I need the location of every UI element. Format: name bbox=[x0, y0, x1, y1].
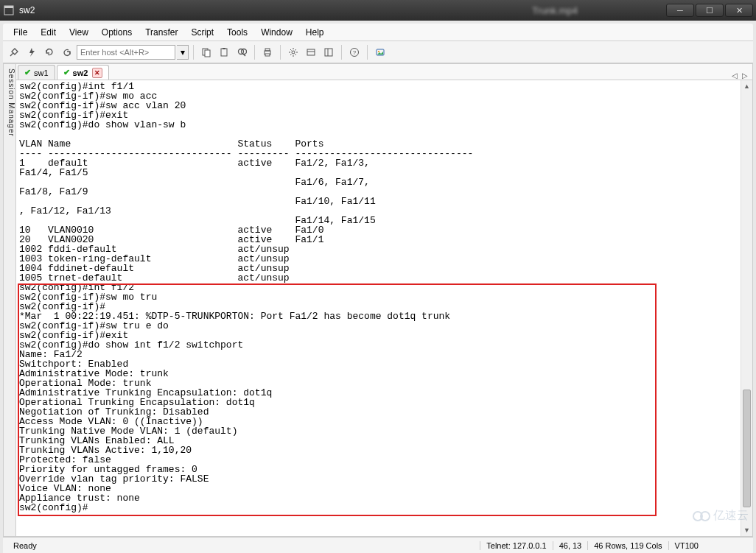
host-input[interactable] bbox=[77, 45, 175, 60]
connect-icon[interactable] bbox=[6, 44, 22, 60]
vertical-scrollbar[interactable]: ▲ ▼ bbox=[741, 80, 752, 536]
disconnect-icon[interactable] bbox=[59, 44, 75, 60]
tab-next-icon[interactable]: ▷ bbox=[742, 71, 748, 80]
quick-connect-icon[interactable] bbox=[24, 44, 40, 60]
menu-view[interactable]: View bbox=[63, 26, 94, 39]
scroll-up-icon[interactable]: ▲ bbox=[741, 80, 752, 92]
status-cursor: 46, 13 bbox=[553, 541, 588, 550]
svg-point-12 bbox=[292, 51, 295, 54]
status-ready: Ready bbox=[7, 541, 480, 550]
tab-label: sw1 bbox=[34, 68, 49, 77]
menu-script[interactable]: Script bbox=[185, 26, 220, 39]
check-icon: ✔ bbox=[24, 68, 31, 77]
menu-file[interactable]: File bbox=[7, 26, 33, 39]
check-icon: ✔ bbox=[63, 68, 70, 77]
tab-prev-icon[interactable]: ◁ bbox=[732, 71, 738, 80]
menu-options[interactable]: Options bbox=[96, 26, 138, 39]
status-connection: Telnet: 127.0.0.1 bbox=[480, 541, 552, 550]
tab-sw1[interactable]: ✔sw1 bbox=[18, 65, 55, 80]
window-title: sw2 bbox=[19, 5, 532, 15]
svg-rect-10 bbox=[265, 49, 270, 51]
close-button[interactable]: ✕ bbox=[725, 4, 753, 17]
maximize-button[interactable]: ☐ bbox=[696, 4, 724, 17]
app-icon bbox=[3, 4, 15, 16]
tab-strip: ✔sw1 ✔sw2✕ ◁ ▷ bbox=[16, 64, 752, 80]
svg-point-20 bbox=[378, 51, 379, 52]
help-icon[interactable]: ? bbox=[346, 44, 363, 60]
scroll-thumb[interactable] bbox=[743, 390, 751, 507]
tab-navigation: ◁ ▷ bbox=[727, 71, 752, 80]
menu-bar: File Edit View Options Transfer Script T… bbox=[3, 24, 753, 41]
status-size: 46 Rows, 119 Cols bbox=[587, 541, 668, 550]
paste-icon[interactable] bbox=[216, 44, 232, 60]
menu-edit[interactable]: Edit bbox=[35, 26, 62, 39]
svg-rect-5 bbox=[223, 48, 225, 49]
svg-rect-4 bbox=[221, 49, 227, 56]
svg-rect-1 bbox=[4, 6, 13, 8]
tab-close-icon[interactable]: ✕ bbox=[92, 68, 102, 78]
session-options-icon[interactable] bbox=[303, 44, 319, 60]
menu-tools[interactable]: Tools bbox=[221, 26, 253, 39]
trace-icon[interactable] bbox=[321, 44, 337, 60]
menu-transfer[interactable]: Transfer bbox=[139, 26, 183, 39]
reconnect-icon[interactable] bbox=[41, 44, 57, 60]
status-bar: Ready Telnet: 127.0.0.1 46, 13 46 Rows, … bbox=[3, 537, 753, 553]
svg-rect-11 bbox=[265, 54, 270, 56]
status-emulation: VT100 bbox=[668, 541, 704, 550]
title-bar: sw2 Trunk.mp4 ─ ☐ ✕ bbox=[0, 0, 756, 21]
minimize-button[interactable]: ─ bbox=[666, 4, 694, 17]
svg-rect-13 bbox=[307, 49, 315, 55]
scroll-down-icon[interactable]: ▼ bbox=[741, 524, 752, 536]
toolbar: ▾ ? bbox=[3, 41, 753, 63]
print-icon[interactable] bbox=[259, 44, 276, 60]
menu-help[interactable]: Help bbox=[300, 26, 330, 39]
svg-text:?: ? bbox=[353, 49, 357, 56]
background-title: Trunk.mp4 bbox=[532, 5, 578, 16]
menu-window[interactable]: Window bbox=[255, 26, 298, 39]
terminal-output[interactable]: sw2(config)#int f1/1 sw2(config-if)#sw m… bbox=[16, 80, 752, 536]
copy-icon[interactable] bbox=[198, 44, 214, 60]
svg-rect-3 bbox=[205, 50, 210, 57]
svg-rect-15 bbox=[325, 49, 332, 56]
tab-label: sw2 bbox=[73, 68, 88, 77]
session-manager-panel[interactable]: Session Manager bbox=[3, 63, 16, 537]
find-icon[interactable] bbox=[234, 44, 250, 60]
tab-sw2[interactable]: ✔sw2✕ bbox=[57, 65, 110, 80]
settings-icon[interactable] bbox=[285, 44, 301, 60]
host-dropdown[interactable]: ▾ bbox=[177, 45, 189, 60]
screenshot-icon[interactable] bbox=[372, 44, 388, 60]
